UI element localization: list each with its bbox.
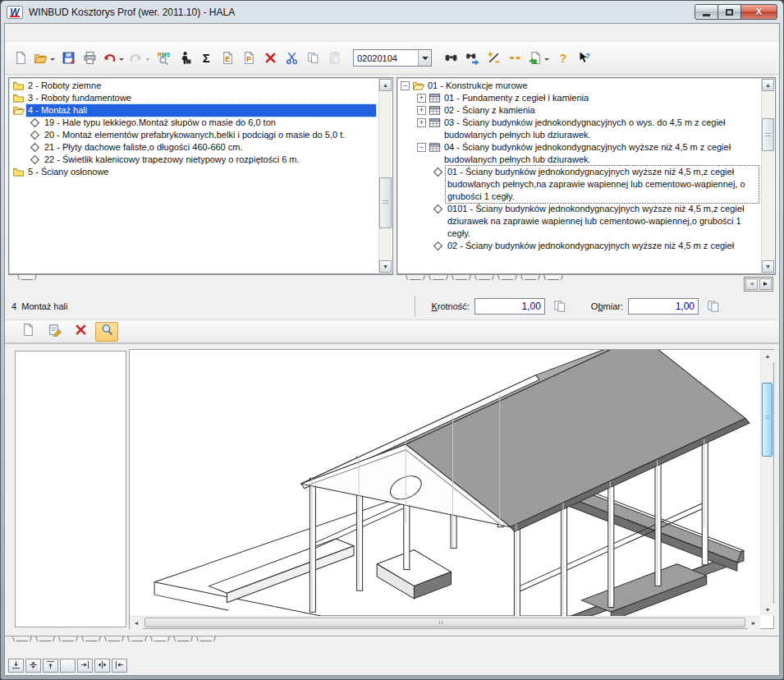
expander-box[interactable]: −	[417, 143, 426, 152]
tab-lista-rms[interactable]	[39, 636, 51, 641]
find-button[interactable]	[440, 47, 461, 70]
tree-item[interactable]: 3 - Roboty fundamentowe	[11, 92, 378, 104]
sum-button[interactable]: Σ	[195, 47, 217, 70]
open-document-button[interactable]	[31, 47, 57, 70]
tree-item[interactable]: + 03 - Ściany budynków jednokondygnacyjn…	[399, 117, 760, 141]
scroll-down-icon[interactable]: ▼	[761, 604, 774, 616]
change-percent-button[interactable]	[483, 47, 504, 70]
tree-item[interactable]: 22 - Świetlik kalenicowy trapezowy niety…	[11, 154, 378, 166]
strike-dashes-button[interactable]	[504, 47, 525, 70]
expander-box[interactable]: −	[401, 81, 410, 90]
tab-obmiar[interactable]	[62, 636, 74, 641]
menu-widok[interactable]	[107, 31, 123, 34]
canvas-vertical-scrollbar[interactable]: ▲ ▼	[760, 350, 773, 616]
scroll-down-icon[interactable]: ▼	[379, 260, 392, 273]
tree-item[interactable]: 20 - Montaż elementów prefabrykowanych,b…	[11, 129, 378, 141]
edit-drawing-button[interactable]	[43, 322, 66, 342]
redo-button[interactable]	[126, 47, 153, 70]
next-tabs-button[interactable]: ►	[759, 278, 772, 290]
tab-demo[interactable]	[410, 275, 421, 280]
split-horizontal-button[interactable]	[25, 659, 41, 673]
group-gap[interactable]	[60, 659, 76, 673]
undo-button[interactable]	[100, 47, 126, 70]
tab-wartosc-elementu[interactable]	[177, 636, 189, 641]
preview-drawing-button[interactable]	[95, 322, 118, 342]
collapse-bottom-button[interactable]	[8, 659, 24, 673]
scroll-up-icon[interactable]: ▲	[761, 350, 774, 362]
print-button[interactable]	[79, 47, 100, 70]
tab-knp-wyd-ii[interactable]	[502, 275, 513, 280]
copy-obmiar-button[interactable]	[704, 297, 723, 315]
tree-item[interactable]: 19 - Hale typu lekkiego.Montaż słupów o …	[11, 117, 378, 129]
cut-button[interactable]	[281, 47, 302, 70]
menu-cenniki[interactable]	[90, 31, 107, 34]
tree-item[interactable]: − 01 - Konstrukcje murowe	[399, 80, 760, 92]
scroll-up-icon[interactable]: ▲	[762, 79, 774, 91]
tree-item[interactable]: 02 - Ściany budynków jednokondygnacyjnyc…	[399, 240, 760, 252]
menu-opcje[interactable]	[140, 31, 156, 34]
obmiar-input[interactable]	[628, 298, 699, 315]
scroll-right-icon[interactable]: ►	[747, 617, 760, 629]
dropdown-arrow-icon[interactable]	[119, 58, 124, 63]
tree-item[interactable]: 4 - Montaż hali	[11, 104, 378, 117]
tab-rysunek[interactable]	[154, 636, 166, 641]
tab-knck[interactable]	[433, 275, 444, 280]
scroll-left-icon[interactable]: ◄	[130, 617, 143, 629]
tab-knnr-y[interactable]	[479, 275, 490, 280]
dropdown-arrow-icon[interactable]	[145, 58, 150, 63]
close-button[interactable]: X	[740, 4, 777, 20]
tree-item[interactable]: 5 - Ściany osłonowe	[11, 166, 378, 178]
tree-item[interactable]: 0101 - Ściany budynków jednokondygnacyjn…	[399, 203, 760, 240]
dropdown-arrow-icon[interactable]	[544, 58, 549, 63]
scroll-thumb[interactable]	[379, 177, 392, 228]
expander-box[interactable]: +	[417, 106, 426, 115]
tab-knnr-y-errata[interactable]	[456, 275, 467, 280]
prev-tabs-button[interactable]: ◄	[745, 278, 758, 290]
canvas-horizontal-scrollbar[interactable]: ◄ ►	[130, 616, 760, 628]
element-page-button[interactable]: E	[217, 47, 238, 70]
collapse-left-button[interactable]	[112, 659, 127, 673]
tab-knr[interactable]	[548, 275, 559, 280]
find-next-button[interactable]	[461, 47, 483, 70]
dropdown-arrow-icon[interactable]	[50, 58, 55, 63]
delete-button[interactable]	[259, 47, 281, 70]
split-vertical-button[interactable]	[94, 659, 110, 673]
menu-pozycja-robot[interactable]	[41, 31, 57, 34]
rms-search-button[interactable]: RMS	[153, 47, 174, 70]
tab-knp[interactable]	[525, 275, 536, 280]
scroll-up-icon[interactable]: ▲	[379, 79, 392, 91]
maximize-button[interactable]	[718, 4, 741, 20]
drawing-list-item[interactable]	[16, 351, 126, 356]
tree-item[interactable]: 21 - Płyty dachowe faliste,o długości 46…	[11, 141, 378, 154]
tree-item[interactable]: + 01 - Fundamenty z cegieł i kamienia	[399, 92, 760, 104]
position-page-button[interactable]: P	[238, 47, 259, 70]
titlebar[interactable]: W WINBUD Kosztorys Prof (wer. 2011.10) -…	[2, 1, 782, 23]
position-code-combo[interactable]: 02020104	[353, 49, 432, 67]
save-button[interactable]	[57, 47, 79, 70]
paste-button[interactable]	[323, 47, 345, 70]
combo-dropdown-button[interactable]	[418, 50, 431, 66]
tab-narzuty[interactable]	[108, 636, 120, 641]
scroll-thumb[interactable]	[762, 383, 773, 457]
tab-wspolczynniki[interactable]	[85, 636, 97, 641]
menu-element[interactable]	[25, 31, 41, 34]
cost-worker-button[interactable]	[174, 47, 195, 70]
copy-button[interactable]	[302, 47, 323, 70]
tree-scrollbar[interactable]: ▲ ▼	[378, 79, 392, 273]
menu-dokument[interactable]	[8, 31, 25, 34]
expander-box[interactable]: +	[417, 94, 426, 103]
tree-item[interactable]: 2 - Roboty ziemne	[11, 80, 378, 92]
tab-opis[interactable]	[16, 636, 28, 641]
krotnosc-input[interactable]	[475, 298, 545, 315]
menu-struktura[interactable]	[57, 31, 74, 34]
tab-zaawansowanie-elementu[interactable]	[131, 636, 143, 641]
menu-pomoc[interactable]	[156, 31, 172, 34]
context-help-button[interactable]: ?	[573, 47, 594, 70]
collapse-right-button[interactable]	[77, 659, 93, 673]
tree-item[interactable]: − 04 - Ściany budynków jednokondygnacyjn…	[399, 141, 760, 166]
expander-box[interactable]: +	[417, 118, 426, 127]
delete-drawing-button[interactable]	[69, 322, 92, 342]
tab-hala[interactable]	[21, 275, 33, 280]
minimize-button[interactable]	[695, 4, 718, 20]
help-button[interactable]: ?	[552, 47, 573, 70]
